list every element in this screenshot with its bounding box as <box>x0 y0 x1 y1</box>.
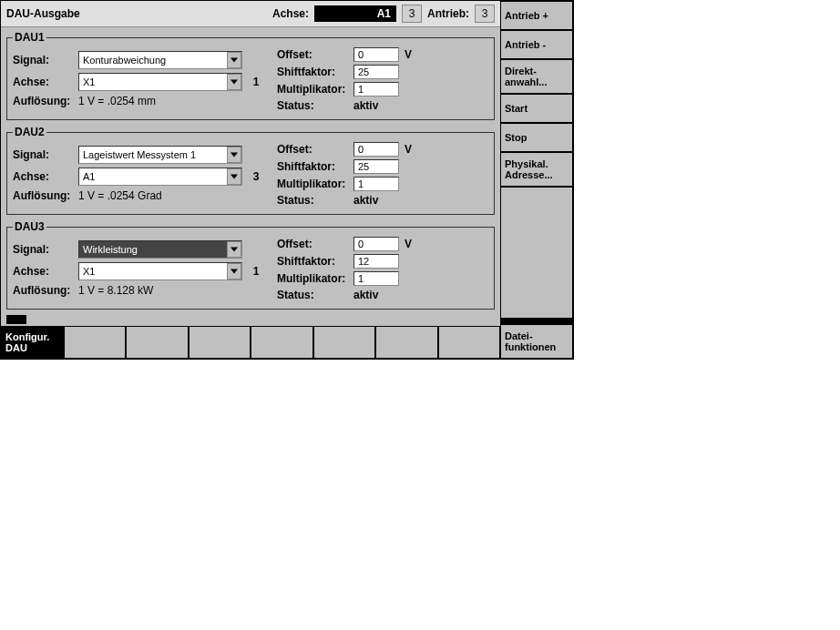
bottom-empty-2[interactable] <box>127 327 188 358</box>
v-unit: V <box>405 143 415 156</box>
header-bar: DAU-Ausgabe Achse: A1 3 Antrieb: 3 <box>1 1 500 27</box>
v-unit: V <box>405 48 415 61</box>
dau1-signal-combo[interactable]: Konturabweichung <box>78 51 242 69</box>
dau3-legend: DAU3 <box>13 220 46 233</box>
chevron-down-icon[interactable] <box>227 52 241 68</box>
dau3-status: aktiv <box>353 289 378 301</box>
dau2-achse-num: 3 <box>250 170 262 183</box>
achse-num: 3 <box>402 5 422 23</box>
chevron-down-icon[interactable] <box>227 74 241 90</box>
offset-label: Offset: <box>277 48 348 61</box>
direkt-anwahl-button[interactable]: Direkt-anwahl... <box>501 60 572 93</box>
dau2-group: DAU2 Signal: Lageistwert Messystem 1 Ach… <box>6 126 495 215</box>
offset-label: Offset: <box>277 143 348 156</box>
chevron-down-icon[interactable] <box>227 263 241 279</box>
dau1-legend: DAU1 <box>13 31 46 44</box>
bottom-empty-3[interactable] <box>190 327 251 358</box>
stop-button[interactable]: Stop <box>501 124 572 151</box>
dau1-group: DAU1 Signal: Konturabweichung Achse: <box>6 31 495 120</box>
dau3-achse-combo[interactable]: X1 <box>78 262 242 280</box>
signal-label: Signal: <box>13 243 71 256</box>
bottom-empty-7[interactable] <box>439 327 500 358</box>
dau2-legend: DAU2 <box>13 126 46 138</box>
chevron-down-icon[interactable] <box>227 147 241 163</box>
konfigur-dau-button[interactable]: Konfigur. DAU <box>2 327 63 358</box>
dau1-achse-combo[interactable]: X1 <box>78 73 242 91</box>
signal-label: Signal: <box>13 148 71 161</box>
achse-label: Achse: <box>13 265 71 278</box>
antrieb-num: 3 <box>475 5 495 23</box>
bottom-toolbar: Konfigur. DAU <box>1 326 500 359</box>
aufloesung-label: Auflösung: <box>13 284 71 297</box>
shiftfaktor-label: Shiftfaktor: <box>277 160 348 173</box>
dau2-aufloesung: 1 V = .0254 Grad <box>78 189 162 202</box>
shiftfaktor-label: Shiftfaktor: <box>277 66 348 78</box>
achse-label: Achse: <box>13 76 71 88</box>
dau2-achse-value: A1 <box>79 171 227 182</box>
antrieb-label: Antrieb: <box>427 7 469 20</box>
shiftfaktor-label: Shiftfaktor: <box>277 255 348 268</box>
dau3-signal-value: Wirkleistung <box>79 244 227 255</box>
dau3-achse-num: 1 <box>250 265 262 278</box>
page-title: DAU-Ausgabe <box>6 7 267 20</box>
dau1-achse-num: 1 <box>250 76 262 88</box>
multiplikator-label: Multiplikator: <box>277 272 348 285</box>
dau1-multiplikator-input[interactable] <box>353 82 399 97</box>
aufloesung-label: Auflösung: <box>13 189 71 202</box>
dau3-multiplikator-input[interactable] <box>353 271 399 286</box>
tab-indicator[interactable] <box>6 315 26 324</box>
chevron-down-icon[interactable] <box>227 168 241 185</box>
dau2-multiplikator-input[interactable] <box>353 177 399 191</box>
dau3-shiftfaktor-input[interactable] <box>353 254 399 269</box>
dau3-group: DAU3 Signal: Wirkleistung Achse: <box>6 220 495 310</box>
multiplikator-label: Multiplikator: <box>277 178 348 190</box>
status-label: Status: <box>277 99 348 112</box>
dau1-achse-value: X1 <box>79 76 227 87</box>
dau2-offset-input[interactable] <box>353 142 399 157</box>
dau1-shiftfaktor-input[interactable] <box>353 65 399 79</box>
dau3-achse-value: X1 <box>79 266 227 277</box>
bottom-empty-5[interactable] <box>314 327 375 358</box>
sidebar: Antrieb + Antrieb - Direkt-anwahl... Sta… <box>500 1 573 359</box>
bottom-empty-6[interactable] <box>376 327 437 358</box>
antrieb-minus-button[interactable]: Antrieb - <box>501 31 572 58</box>
bottom-empty-1[interactable] <box>65 327 126 358</box>
achse-display: A1 <box>314 5 396 22</box>
datei-funktionen-button[interactable]: Datei-funktionen <box>501 325 572 358</box>
dau2-achse-combo[interactable]: A1 <box>78 168 242 186</box>
dau2-signal-value: Lageistwert Messystem 1 <box>79 149 227 160</box>
dau3-signal-combo[interactable]: Wirkleistung <box>78 240 242 259</box>
status-label: Status: <box>277 289 348 301</box>
start-button[interactable]: Start <box>501 95 572 122</box>
dau1-aufloesung: 1 V = .0254 mm <box>78 95 156 107</box>
status-label: Status: <box>277 194 348 207</box>
aufloesung-label: Auflösung: <box>13 95 71 107</box>
multiplikator-label: Multiplikator: <box>277 83 348 96</box>
sidebar-spacer <box>501 188 572 317</box>
dau2-signal-combo[interactable]: Lageistwert Messystem 1 <box>78 146 242 164</box>
dau1-offset-input[interactable] <box>353 47 399 62</box>
dau3-offset-input[interactable] <box>353 237 399 251</box>
achse-label: Achse: <box>272 7 309 20</box>
chevron-down-icon[interactable] <box>227 241 241 258</box>
physikal-adresse-button[interactable]: Physikal. Adresse... <box>501 153 572 186</box>
antrieb-plus-button[interactable]: Antrieb + <box>501 2 572 29</box>
dau2-status: aktiv <box>353 194 378 207</box>
signal-label: Signal: <box>13 54 71 66</box>
offset-label: Offset: <box>277 238 348 250</box>
dau2-shiftfaktor-input[interactable] <box>353 159 399 174</box>
bottom-empty-4[interactable] <box>251 327 312 358</box>
v-unit: V <box>405 238 415 250</box>
dau1-signal-value: Konturabweichung <box>79 55 227 66</box>
achse-label: Achse: <box>13 170 71 183</box>
dau3-aufloesung: 1 V = 8.128 kW <box>78 284 153 297</box>
dau1-status: aktiv <box>353 99 378 112</box>
